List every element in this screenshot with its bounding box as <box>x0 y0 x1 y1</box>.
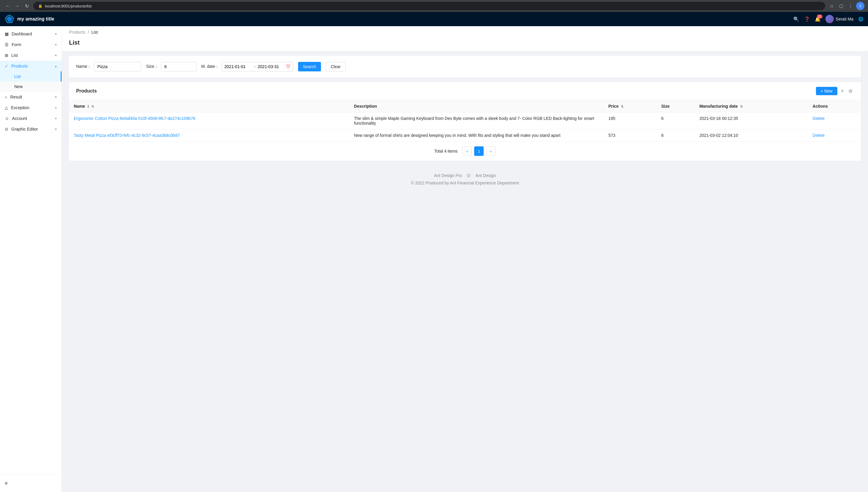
user-avatar-nav <box>825 15 834 23</box>
breadcrumb-products[interactable]: Products <box>69 30 85 34</box>
chevron-down-icon: ▾ <box>55 43 57 47</box>
pagination-info: Total 4 items <box>434 149 458 153</box>
page-1-button[interactable]: 1 <box>474 146 484 156</box>
size-input[interactable] <box>161 62 197 71</box>
settings-icon[interactable]: ⋮ <box>847 2 855 10</box>
sidebar-item-products-new[interactable]: New <box>0 81 61 92</box>
pagination: Total 4 items ‹ 1 › <box>69 141 861 161</box>
cell-description-2: New range of formal shirts are designed … <box>349 129 603 142</box>
search-nav-icon[interactable]: 🔍 <box>793 16 799 22</box>
sidebar-bottom: ≡ <box>0 474 61 492</box>
content-area: Products / List List Name： Size： <box>62 26 868 492</box>
sidebar-item-products[interactable]: ✓ Products ▴ <box>0 61 61 71</box>
footer-link-antdesign[interactable]: Ant Design <box>475 173 496 178</box>
sidebar-item-graphic-editor[interactable]: ⊙ Graphic Editor ▾ <box>0 124 61 134</box>
browser-chrome: ← → ↻ 🔒 localhost:8001/products/list ☆ ⬡… <box>0 0 868 12</box>
sidebar-collapse-button[interactable]: ≡ <box>5 478 57 488</box>
table-actions: + New ≡ ⚙ <box>816 87 854 95</box>
app-title: my amazing title <box>17 16 54 22</box>
language-button[interactable]: 🌐 <box>858 17 863 21</box>
sidebar-subitem-label: List <box>14 74 21 79</box>
name-sort-icon[interactable]: ⇅ <box>91 105 94 108</box>
date-to-input[interactable] <box>257 64 284 69</box>
date-range-arrow: → <box>252 64 256 69</box>
cell-price-1: 195 <box>603 113 656 129</box>
cell-name-1: Ergonomic Cotton Pizza 8e6af40a-510f-450… <box>69 113 349 129</box>
breadcrumb: Products / List <box>69 30 861 34</box>
table-row: Ergonomic Cotton Pizza 8e6af40a-510f-450… <box>69 113 861 129</box>
browser-user-avatar[interactable]: S <box>856 2 864 10</box>
sidebar-item-list[interactable]: ⊞ List ▾ <box>0 50 61 61</box>
address-bar[interactable]: 🔒 localhost:8001/products/list <box>33 2 825 10</box>
data-table: Name ℹ ⇅ Description Price ⇅ <box>69 100 861 141</box>
next-page-button[interactable]: › <box>486 146 496 156</box>
th-mfg-date: Manufacturing date ⇅ <box>695 100 808 113</box>
sidebar-item-label: Exception <box>11 105 29 110</box>
mfgdate-sort-icon[interactable]: ⇅ <box>740 105 743 108</box>
sidebar-item-label: List <box>11 53 18 58</box>
name-input[interactable] <box>94 62 141 71</box>
sidebar-item-account[interactable]: ☺ Account ▾ <box>0 113 61 124</box>
cell-actions-2: Delete <box>808 129 861 142</box>
sidebar-item-products-list[interactable]: List <box>0 71 61 81</box>
new-button[interactable]: + New <box>816 87 837 95</box>
name-label: Name： <box>76 64 91 69</box>
delete-button-1[interactable]: Delete <box>813 116 824 121</box>
sidebar-item-label: Form <box>11 42 21 47</box>
back-button[interactable]: ← <box>4 2 12 10</box>
sidebar-item-label: Graphic Editor <box>11 127 38 131</box>
chevron-down-icon: ▾ <box>55 117 57 121</box>
calendar-icon: 📅 <box>286 64 291 69</box>
graphic-editor-icon: ⊙ <box>5 127 8 131</box>
filter-row: Name： Size： M. date： → <box>76 62 854 71</box>
sidebar-item-result[interactable]: ○ Result ▾ <box>0 92 61 102</box>
table-body: Ergonomic Cotton Pizza 8e6af40a-510f-450… <box>69 113 861 142</box>
sidebar-item-label: Dashboard <box>11 31 32 36</box>
sidebar-menu: ▦ Dashboard ▾ ☰ Form ▾ ⊞ List ▾ <box>0 26 61 474</box>
clear-button[interactable]: Clear <box>326 62 346 71</box>
products-submenu: List New <box>0 71 61 92</box>
question-icon[interactable]: ❓ <box>804 16 810 22</box>
exception-icon: △ <box>5 105 8 110</box>
reload-button[interactable]: ↻ <box>23 2 31 10</box>
settings-icon[interactable]: ⚙ <box>847 87 854 95</box>
dashboard-icon: ▦ <box>5 31 9 36</box>
name-info-icon: ℹ <box>88 104 89 108</box>
product-link-1[interactable]: Ergonomic Cotton Pizza 8e6af40a-510f-450… <box>74 116 195 121</box>
user-info[interactable]: Serati Ma <box>825 15 853 23</box>
sidebar-item-exception[interactable]: △ Exception ▾ <box>0 102 61 113</box>
cell-mfgdate-2: 2021-03-02 12:04:10 <box>695 129 808 142</box>
breadcrumb-current: List <box>91 30 98 34</box>
sidebar-item-label: Products <box>11 64 28 68</box>
th-price: Price ⇅ <box>603 100 656 113</box>
prev-page-button[interactable]: ‹ <box>462 146 472 156</box>
sidebar-item-dashboard[interactable]: ▦ Dashboard ▾ <box>0 29 61 39</box>
date-from-input[interactable] <box>224 64 251 69</box>
page-title: List <box>69 37 861 51</box>
page-content: Products / List List Name： Size： <box>62 26 868 193</box>
star-icon[interactable]: ☆ <box>827 2 836 10</box>
username: Serati Ma <box>836 17 853 21</box>
price-sort-icon[interactable]: ⇅ <box>621 105 623 108</box>
columns-icon[interactable]: ≡ <box>840 87 845 95</box>
cell-description-1: The slim & simple Maple Gaming Keyboard … <box>349 113 603 129</box>
delete-button-2[interactable]: Delete <box>813 133 824 138</box>
date-range-picker[interactable]: → 📅 <box>222 62 293 71</box>
cell-price-2: 573 <box>603 129 656 142</box>
browser-nav: ← → ↻ <box>4 2 31 10</box>
products-icon: ✓ <box>5 64 8 68</box>
form-icon: ☰ <box>5 42 9 47</box>
filter-section: Name： Size： M. date： → <box>69 56 861 77</box>
search-button[interactable]: Search <box>298 62 321 71</box>
forward-button[interactable]: → <box>13 2 21 10</box>
top-nav-left: my amazing title <box>5 14 54 24</box>
th-name: Name ℹ ⇅ <box>69 100 349 113</box>
name-filter-group: Name： <box>76 62 141 71</box>
extensions-icon[interactable]: ⬡ <box>837 2 845 10</box>
product-link-2[interactable]: Tasty Metal Pizza ef3cff73-fefc-4c32-9c5… <box>74 133 180 138</box>
notification-bell[interactable]: 🔔 11 <box>815 16 821 22</box>
main-area: ▦ Dashboard ▾ ☰ Form ▾ ⊞ List ▾ <box>0 26 868 492</box>
footer-link-antdesignpro[interactable]: Ant Design Pro <box>434 173 462 178</box>
footer-copyright: © 2022 Produced by Ant Financial Experie… <box>67 180 863 185</box>
sidebar-item-form[interactable]: ☰ Form ▾ <box>0 39 61 50</box>
